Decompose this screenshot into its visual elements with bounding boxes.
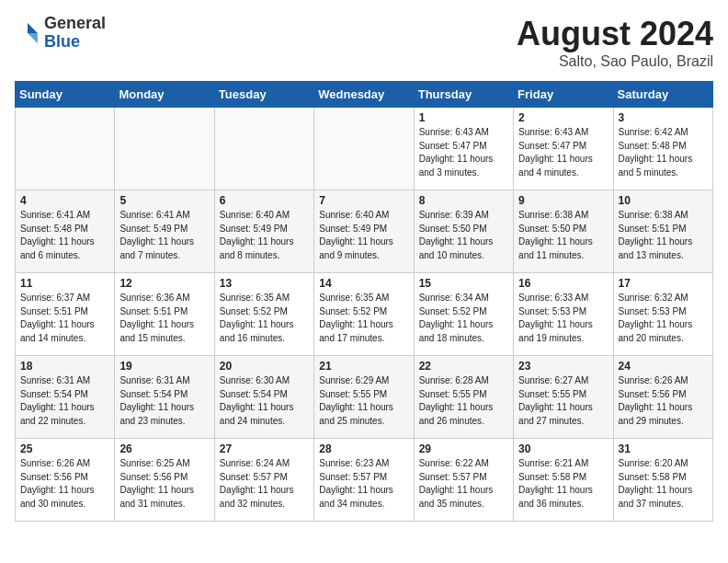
day-info: Sunrise: 6:41 AM Sunset: 5:48 PM Dayligh… — [20, 209, 109, 262]
calendar-cell: 17Sunrise: 6:32 AM Sunset: 5:53 PM Dayli… — [613, 273, 712, 356]
header-saturday: Saturday — [613, 82, 712, 108]
day-info: Sunrise: 6:41 AM Sunset: 5:49 PM Dayligh… — [119, 209, 209, 262]
calendar-week-row: 1Sunrise: 6:43 AM Sunset: 5:47 PM Daylig… — [16, 108, 713, 190]
calendar-header-row: SundayMondayTuesdayWednesdayThursdayFrid… — [16, 82, 713, 108]
calendar-cell: 30Sunrise: 6:21 AM Sunset: 5:58 PM Dayli… — [514, 439, 613, 522]
header-thursday: Thursday — [414, 82, 513, 108]
calendar-cell: 16Sunrise: 6:33 AM Sunset: 5:53 PM Dayli… — [514, 273, 613, 356]
day-info: Sunrise: 6:43 AM Sunset: 5:47 PM Dayligh… — [518, 126, 608, 179]
day-number: 11 — [20, 277, 109, 290]
day-info: Sunrise: 6:24 AM Sunset: 5:57 PM Dayligh… — [220, 457, 309, 511]
calendar-cell: 6Sunrise: 6:40 AM Sunset: 5:49 PM Daylig… — [214, 190, 313, 273]
day-number: 15 — [419, 277, 508, 290]
calendar-cell: 10Sunrise: 6:38 AM Sunset: 5:51 PM Dayli… — [613, 190, 712, 273]
page-header: General Blue August 2024 Salto, Sao Paul… — [15, 15, 713, 70]
day-number: 5 — [119, 194, 209, 207]
logo-icon — [15, 20, 40, 46]
logo-general-text: General — [44, 15, 106, 33]
day-info: Sunrise: 6:28 AM Sunset: 5:55 PM Dayligh… — [419, 374, 508, 428]
calendar-week-row: 18Sunrise: 6:31 AM Sunset: 5:54 PM Dayli… — [16, 356, 713, 439]
day-info: Sunrise: 6:20 AM Sunset: 5:58 PM Dayligh… — [619, 457, 708, 511]
header-friday: Friday — [514, 82, 613, 108]
month-year-title: August 2024 — [517, 15, 713, 53]
calendar-cell — [314, 108, 414, 190]
calendar-cell: 18Sunrise: 6:31 AM Sunset: 5:54 PM Dayli… — [16, 356, 115, 439]
day-number: 13 — [220, 277, 309, 290]
day-number: 8 — [419, 194, 508, 207]
day-number: 24 — [619, 360, 708, 373]
day-number: 1 — [419, 111, 508, 124]
day-info: Sunrise: 6:30 AM Sunset: 5:54 PM Dayligh… — [220, 374, 309, 428]
header-wednesday: Wednesday — [314, 82, 414, 108]
day-number: 4 — [20, 194, 109, 207]
day-number: 16 — [518, 277, 608, 290]
svg-marker-1 — [28, 33, 38, 43]
calendar-cell: 19Sunrise: 6:31 AM Sunset: 5:54 PM Dayli… — [115, 356, 214, 439]
calendar-week-row: 25Sunrise: 6:26 AM Sunset: 5:56 PM Dayli… — [16, 439, 713, 522]
day-number: 12 — [119, 277, 209, 290]
day-info: Sunrise: 6:29 AM Sunset: 5:55 PM Dayligh… — [319, 374, 408, 428]
day-number: 31 — [619, 442, 708, 455]
calendar-cell: 11Sunrise: 6:37 AM Sunset: 5:51 PM Dayli… — [16, 273, 115, 356]
day-number: 14 — [319, 277, 408, 290]
day-info: Sunrise: 6:21 AM Sunset: 5:58 PM Dayligh… — [518, 457, 608, 511]
day-info: Sunrise: 6:38 AM Sunset: 5:50 PM Dayligh… — [518, 209, 608, 262]
calendar-cell — [214, 108, 313, 190]
calendar-cell: 9Sunrise: 6:38 AM Sunset: 5:50 PM Daylig… — [514, 190, 613, 273]
calendar-cell: 28Sunrise: 6:23 AM Sunset: 5:57 PM Dayli… — [314, 439, 414, 522]
calendar-cell: 15Sunrise: 6:34 AM Sunset: 5:52 PM Dayli… — [414, 273, 513, 356]
header-tuesday: Tuesday — [214, 82, 313, 108]
calendar-cell — [16, 108, 115, 190]
day-info: Sunrise: 6:23 AM Sunset: 5:57 PM Dayligh… — [319, 457, 408, 511]
day-number: 28 — [319, 442, 408, 455]
day-number: 6 — [220, 194, 309, 207]
title-block: August 2024 Salto, Sao Paulo, Brazil — [517, 15, 713, 70]
calendar-cell: 21Sunrise: 6:29 AM Sunset: 5:55 PM Dayli… — [314, 356, 414, 439]
day-info: Sunrise: 6:35 AM Sunset: 5:52 PM Dayligh… — [319, 292, 408, 345]
day-info: Sunrise: 6:43 AM Sunset: 5:47 PM Dayligh… — [419, 126, 508, 179]
day-number: 21 — [319, 360, 408, 373]
day-number: 18 — [20, 360, 109, 373]
day-number: 29 — [419, 442, 508, 455]
logo-blue-text: Blue — [44, 33, 106, 52]
calendar-cell: 23Sunrise: 6:27 AM Sunset: 5:55 PM Dayli… — [514, 356, 613, 439]
day-number: 20 — [220, 360, 309, 373]
day-info: Sunrise: 6:26 AM Sunset: 5:56 PM Dayligh… — [20, 457, 109, 511]
calendar-cell: 22Sunrise: 6:28 AM Sunset: 5:55 PM Dayli… — [414, 356, 513, 439]
day-number: 9 — [518, 194, 608, 207]
header-monday: Monday — [115, 82, 214, 108]
day-info: Sunrise: 6:38 AM Sunset: 5:51 PM Dayligh… — [619, 209, 708, 262]
calendar-week-row: 11Sunrise: 6:37 AM Sunset: 5:51 PM Dayli… — [16, 273, 713, 356]
calendar-cell — [115, 108, 214, 190]
day-number: 10 — [619, 194, 708, 207]
day-info: Sunrise: 6:27 AM Sunset: 5:55 PM Dayligh… — [518, 374, 608, 428]
day-info: Sunrise: 6:42 AM Sunset: 5:48 PM Dayligh… — [619, 126, 708, 179]
day-info: Sunrise: 6:25 AM Sunset: 5:56 PM Dayligh… — [119, 457, 209, 511]
calendar-cell: 31Sunrise: 6:20 AM Sunset: 5:58 PM Dayli… — [613, 439, 712, 522]
day-number: 30 — [518, 442, 608, 455]
calendar-cell: 13Sunrise: 6:35 AM Sunset: 5:52 PM Dayli… — [214, 273, 313, 356]
calendar-table: SundayMondayTuesdayWednesdayThursdayFrid… — [15, 81, 713, 522]
calendar-cell: 29Sunrise: 6:22 AM Sunset: 5:57 PM Dayli… — [414, 439, 513, 522]
calendar-cell: 14Sunrise: 6:35 AM Sunset: 5:52 PM Dayli… — [314, 273, 414, 356]
calendar-cell: 12Sunrise: 6:36 AM Sunset: 5:51 PM Dayli… — [115, 273, 214, 356]
calendar-week-row: 4Sunrise: 6:41 AM Sunset: 5:48 PM Daylig… — [16, 190, 713, 273]
calendar-cell: 7Sunrise: 6:40 AM Sunset: 5:49 PM Daylig… — [314, 190, 414, 273]
calendar-cell: 4Sunrise: 6:41 AM Sunset: 5:48 PM Daylig… — [16, 190, 115, 273]
day-info: Sunrise: 6:31 AM Sunset: 5:54 PM Dayligh… — [20, 374, 109, 428]
day-info: Sunrise: 6:39 AM Sunset: 5:50 PM Dayligh… — [419, 209, 508, 262]
svg-marker-0 — [28, 23, 38, 33]
calendar-cell: 3Sunrise: 6:42 AM Sunset: 5:48 PM Daylig… — [613, 108, 712, 190]
day-number: 2 — [518, 111, 608, 124]
calendar-cell: 26Sunrise: 6:25 AM Sunset: 5:56 PM Dayli… — [115, 439, 214, 522]
calendar-cell: 20Sunrise: 6:30 AM Sunset: 5:54 PM Dayli… — [214, 356, 313, 439]
day-number: 7 — [319, 194, 408, 207]
calendar-cell: 8Sunrise: 6:39 AM Sunset: 5:50 PM Daylig… — [414, 190, 513, 273]
day-info: Sunrise: 6:36 AM Sunset: 5:51 PM Dayligh… — [119, 292, 209, 345]
day-info: Sunrise: 6:31 AM Sunset: 5:54 PM Dayligh… — [119, 374, 209, 428]
day-number: 26 — [119, 442, 209, 455]
day-info: Sunrise: 6:40 AM Sunset: 5:49 PM Dayligh… — [319, 209, 408, 262]
calendar-cell: 25Sunrise: 6:26 AM Sunset: 5:56 PM Dayli… — [16, 439, 115, 522]
day-number: 25 — [20, 442, 109, 455]
day-info: Sunrise: 6:32 AM Sunset: 5:53 PM Dayligh… — [619, 292, 708, 345]
